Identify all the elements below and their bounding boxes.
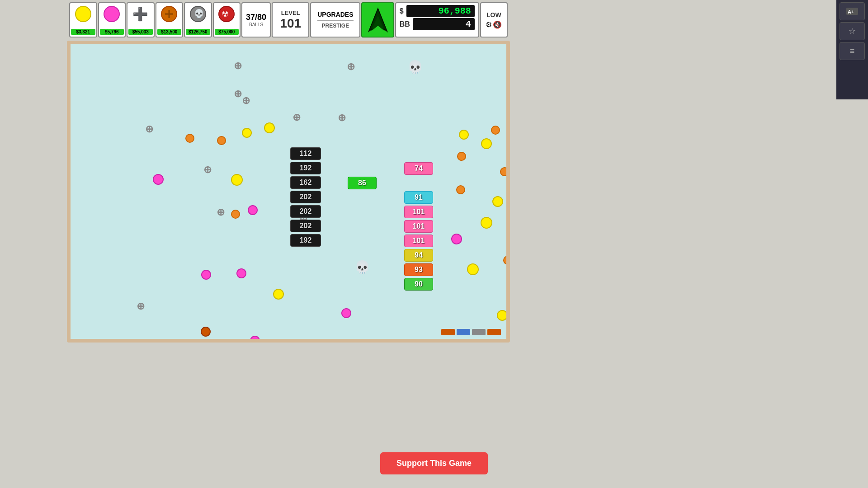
prestige-label: PRESTIGE: [322, 23, 349, 29]
toolbar: $3,321 $5,796 ➕ $55,033 $13,500: [67, 0, 510, 40]
ball-orange-4: [457, 152, 466, 161]
plus-target-3: ⊕: [234, 88, 242, 100]
quality-label: LOW: [486, 11, 501, 19]
ball-price-yellow: $3,321: [71, 29, 95, 35]
block-dark-2: 192: [290, 162, 321, 174]
ball-pink-6: [341, 308, 351, 318]
ball-yellow-10: [273, 289, 284, 300]
block-dark-5: 202: [290, 205, 321, 218]
block-dark-3: 162: [290, 176, 321, 189]
block-dark-1: 112: [290, 147, 321, 160]
block-dark-6: 202: [290, 220, 321, 232]
money-display: $ 96,988 BB 4: [395, 2, 479, 38]
right-sidebar: A+ ☆ ≡: [836, 0, 868, 99]
upgrades-prestige-btn[interactable]: UPGRADES PRESTIGE: [310, 2, 360, 38]
balls-current: 37/80: [246, 13, 266, 22]
bb-label: BB: [400, 20, 410, 28]
sidebar-btn-2[interactable]: ☆: [840, 22, 865, 40]
block-pink-1: 74: [404, 162, 433, 175]
level-label: LEVEL: [281, 9, 300, 16]
ball-btn-pink[interactable]: $5,796: [98, 2, 126, 38]
ball-orange-2: [217, 136, 226, 145]
plus-target-5: ⊕: [292, 112, 301, 123]
ball-orange-9: [201, 327, 211, 337]
ball-pink-5: [451, 234, 462, 244]
ball-yellow-7: [481, 217, 492, 229]
game-wrapper: $3,321 $5,796 ➕ $55,033 $13,500: [67, 0, 519, 352]
ball-price-skull: $126,750: [186, 29, 210, 35]
block-yellow-94: 94: [404, 249, 433, 262]
ball-yellow-4: [492, 196, 503, 207]
ball-btn-plus[interactable]: ➕ $55,033: [127, 2, 155, 38]
block-pink-101-1: 101: [404, 206, 433, 218]
ball-orange-5: [456, 185, 465, 194]
level-display: LEVEL 101: [272, 2, 309, 38]
sidebar-btn-3[interactable]: ≡: [840, 42, 865, 60]
ball-yellow-2: [264, 122, 275, 133]
ball-pink-1: [153, 174, 164, 185]
money-value: 96,988: [406, 5, 475, 17]
balls-counter: 37/80 BALLS: [241, 2, 271, 38]
ball-price-pink: $5,796: [100, 29, 124, 35]
block-pink-101-3: 101: [404, 235, 433, 247]
block-pink-101-2: 101: [404, 220, 433, 233]
skull-enemy-2: 💀: [354, 260, 370, 275]
ball-orange-6: [500, 167, 509, 176]
ball-yellow-1: [242, 128, 252, 138]
upgrades-label: UPGRADES: [317, 11, 353, 18]
plus-target-11: ⊕: [338, 112, 346, 124]
quality-settings-btn[interactable]: LOW ⚙ 🔇: [480, 2, 508, 38]
money-symbol: $: [400, 7, 404, 15]
sidebar-btn-1[interactable]: A+: [840, 2, 865, 20]
block-dark-7: 192: [290, 234, 321, 247]
ball-orange-3: [491, 126, 500, 135]
plus-target-1: ⊕: [234, 60, 242, 72]
svg-text:☢: ☢: [222, 9, 229, 19]
ball-yellow-9: [467, 263, 479, 275]
game-field[interactable]: ⊕ ⊕ ⊕ ⊕ ⊕ ⊕ ⊕ ⊕ ⊕ ⊕ ⊕ ⊕ 💀 💀: [67, 41, 510, 343]
ball-yellow-3: [231, 174, 243, 186]
ball-price-orange: $13,500: [157, 29, 182, 35]
svg-point-3: [104, 6, 119, 22]
level-number: 101: [280, 16, 301, 31]
skull-enemy-1: 💀: [407, 60, 423, 75]
plus-target-2: ⊕: [347, 61, 355, 73]
plus-target-10: ⊕: [217, 206, 225, 218]
bb-value: 4: [413, 18, 475, 30]
support-button[interactable]: Support This Game: [380, 452, 488, 474]
block-cyan-91: 91: [404, 191, 433, 204]
block-dark-4: 202: [290, 191, 321, 203]
sound-icon[interactable]: 🔇: [493, 20, 502, 29]
ball-pink-2: [248, 205, 258, 215]
ball-orange-1: [185, 134, 194, 143]
plus-target-9: ⊕: [203, 164, 212, 176]
ball-yellow-6: [481, 138, 492, 149]
ball-pink-3: [236, 268, 246, 278]
svg-point-2: [75, 6, 91, 22]
ball-btn-orange[interactable]: $13,500: [156, 2, 184, 38]
plus-target-4: ⊕: [242, 95, 250, 107]
plus-target-6: ⊕: [145, 123, 153, 135]
balls-label: BALLS: [249, 22, 263, 27]
ball-btn-yellow[interactable]: $3,321: [69, 2, 97, 38]
block-orange-93: 93: [404, 263, 433, 276]
ball-orange-8: [503, 256, 510, 265]
ball-yellow-11: [497, 310, 508, 321]
ball-price-plus: $55,033: [128, 29, 153, 35]
block-green-86: 86: [348, 177, 377, 189]
settings-icon[interactable]: ⚙: [486, 20, 492, 29]
ball-yellow-5: [459, 130, 469, 140]
ball-btn-red[interactable]: ☢ $75,000: [213, 2, 241, 38]
plus-target-12: ⊕: [137, 300, 145, 312]
svg-text:💀: 💀: [194, 9, 204, 19]
prestige-icon-btn[interactable]: [361, 2, 394, 38]
ball-btn-skull[interactable]: 💀 $126,750: [184, 2, 212, 38]
ball-orange-7: [231, 210, 240, 219]
svg-text:A+: A+: [848, 9, 854, 14]
ball-pink-4: [201, 270, 211, 280]
ball-price-red: $75,000: [215, 29, 239, 35]
ball-pink-8: [250, 336, 260, 343]
block-green-90: 90: [404, 278, 433, 291]
